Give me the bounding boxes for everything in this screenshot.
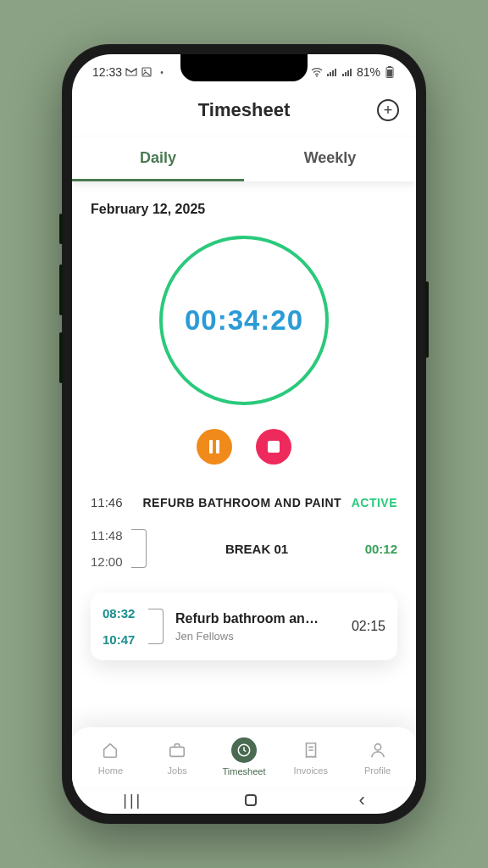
timer-value: 00:34:20 bbox=[185, 304, 303, 337]
volume-down-button bbox=[59, 332, 63, 383]
nav-timesheet-label: Timesheet bbox=[223, 766, 266, 776]
timer-display: 00:34:20 bbox=[159, 236, 329, 405]
clock-icon bbox=[231, 737, 257, 763]
past-entry-body: Refurb bathroom an… Jen Fellows bbox=[175, 611, 352, 643]
svg-rect-5 bbox=[332, 70, 334, 76]
phone-frame: 12:33 • 81% bbox=[62, 44, 426, 824]
past-entry-duration: 02:15 bbox=[352, 619, 385, 634]
person-icon bbox=[366, 738, 390, 762]
pause-button[interactable] bbox=[197, 429, 232, 465]
briefcase-icon bbox=[165, 738, 189, 762]
wifi-icon bbox=[311, 66, 323, 78]
nav-home-label: Home bbox=[98, 765, 123, 776]
power-button bbox=[425, 281, 429, 358]
break-row[interactable]: 11:48 12:00 BREAK 01 00:12 bbox=[91, 523, 397, 593]
break-times: 11:48 12:00 bbox=[91, 528, 130, 569]
svg-rect-4 bbox=[330, 72, 331, 76]
svg-rect-10 bbox=[350, 69, 352, 76]
svg-point-16 bbox=[374, 744, 380, 750]
svg-point-1 bbox=[144, 70, 146, 71]
break-duration: 00:12 bbox=[355, 542, 397, 556]
nav-profile-label: Profile bbox=[364, 765, 391, 776]
battery-icon bbox=[384, 66, 396, 78]
pause-icon bbox=[209, 440, 219, 453]
home-icon bbox=[98, 738, 122, 762]
page-title: Timesheet bbox=[198, 99, 290, 121]
svg-rect-9 bbox=[347, 70, 349, 76]
home-button[interactable] bbox=[245, 794, 257, 806]
back-button[interactable]: ‹ bbox=[358, 789, 364, 811]
svg-rect-13 bbox=[387, 70, 392, 77]
svg-rect-8 bbox=[345, 72, 347, 76]
tab-weekly[interactable]: Weekly bbox=[244, 137, 416, 181]
bracket-icon bbox=[148, 609, 164, 644]
past-entry-start: 08:32 bbox=[103, 606, 147, 620]
view-tabs: Daily Weekly bbox=[72, 137, 416, 181]
volume-up-button bbox=[59, 264, 63, 315]
svg-rect-6 bbox=[335, 69, 336, 76]
gmail-icon bbox=[125, 66, 137, 78]
page-header: Timesheet + bbox=[72, 90, 416, 131]
recents-button[interactable]: ||| bbox=[123, 792, 142, 810]
svg-point-2 bbox=[316, 75, 318, 77]
break-start: 11:48 bbox=[91, 528, 130, 542]
nav-invoices[interactable]: Invoices bbox=[286, 738, 336, 776]
bottom-nav: Home Jobs Timesheet Invoices bbox=[72, 727, 416, 787]
tab-daily[interactable]: Daily bbox=[72, 137, 244, 181]
battery-percent: 81% bbox=[357, 65, 380, 79]
volume-mute-button bbox=[59, 214, 63, 244]
photos-icon bbox=[141, 66, 152, 78]
nav-timesheet[interactable]: Timesheet bbox=[219, 737, 269, 776]
nav-jobs[interactable]: Jobs bbox=[152, 738, 202, 776]
bracket-icon bbox=[131, 529, 147, 568]
active-entry-start: 11:46 bbox=[91, 495, 133, 509]
past-entry-client: Jen Fellows bbox=[175, 630, 352, 643]
svg-rect-3 bbox=[327, 74, 329, 76]
past-entry-card[interactable]: 08:32 10:47 Refurb bathroom an… Jen Fell… bbox=[91, 593, 397, 660]
active-entry-status: ACTIVE bbox=[352, 496, 397, 509]
plus-icon: + bbox=[384, 103, 393, 118]
nav-jobs-label: Jobs bbox=[168, 765, 187, 776]
active-entry-title: REFURB BATHROOM AND PAINT bbox=[141, 496, 343, 509]
signal-icon-2 bbox=[341, 66, 353, 78]
more-icon: • bbox=[156, 66, 168, 78]
past-entry-times: 08:32 10:47 bbox=[103, 606, 147, 647]
status-time: 12:33 bbox=[92, 65, 122, 79]
stop-icon bbox=[268, 441, 280, 453]
nav-home[interactable]: Home bbox=[85, 738, 136, 776]
nav-invoices-label: Invoices bbox=[294, 765, 328, 776]
active-entry-row[interactable]: 11:46 REFURB BATHROOM AND PAINT ACTIVE bbox=[91, 490, 397, 523]
add-button[interactable]: + bbox=[377, 99, 399, 121]
break-label: BREAK 01 bbox=[158, 542, 355, 556]
signal-icon bbox=[326, 66, 338, 78]
svg-rect-7 bbox=[342, 74, 344, 76]
notch bbox=[180, 54, 308, 81]
past-entry-end: 10:47 bbox=[103, 632, 147, 647]
break-end: 12:00 bbox=[91, 554, 130, 569]
stop-button[interactable] bbox=[256, 429, 291, 465]
system-nav: ||| ‹ bbox=[72, 787, 416, 814]
receipt-icon bbox=[299, 738, 323, 762]
screen: 12:33 • 81% bbox=[72, 54, 416, 814]
content-area: February 12, 2025 00:34:20 11:46 REFURB … bbox=[72, 181, 416, 731]
timer-actions bbox=[91, 429, 397, 465]
nav-profile[interactable]: Profile bbox=[352, 738, 403, 776]
svg-rect-14 bbox=[170, 747, 185, 756]
current-date: February 12, 2025 bbox=[91, 202, 397, 217]
past-entry-title: Refurb bathroom an… bbox=[175, 611, 328, 626]
